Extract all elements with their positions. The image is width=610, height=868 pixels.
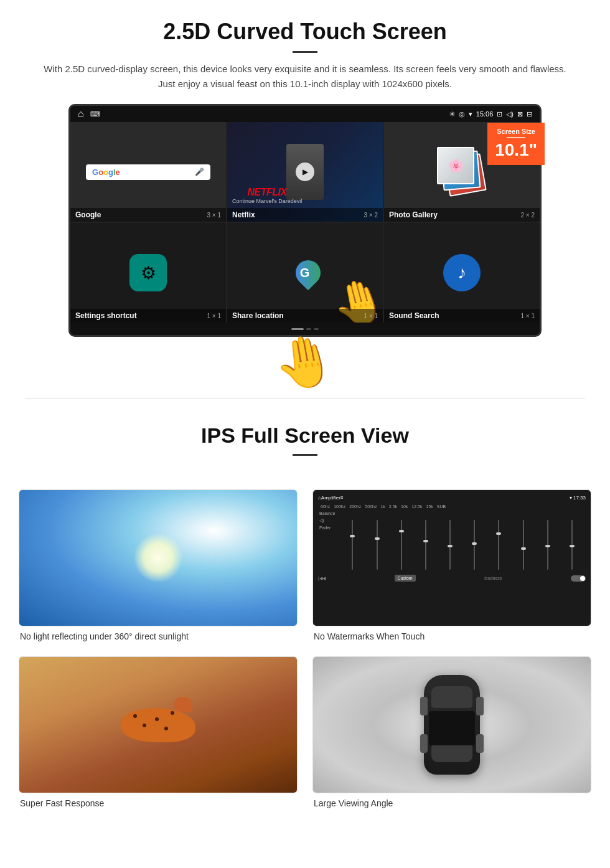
status-time: 15:06 (476, 110, 494, 118)
amp-toggle-dot (580, 576, 585, 581)
amp-footer: |◀◀ Custom loudness (318, 575, 586, 582)
spot-3 (155, 717, 159, 721)
section2-title: IPS Full Screen View (37, 423, 573, 448)
car-topview (424, 675, 480, 775)
eq-bar-7[interactable] (487, 512, 510, 570)
freq-500hz: 500hz (365, 504, 377, 509)
eq-bar-6[interactable] (463, 512, 486, 570)
car-windshield (431, 686, 472, 708)
amp-fader-label: Fader (319, 526, 335, 530)
amp-wifi: ▾ (570, 495, 572, 501)
eq-track-3 (401, 520, 402, 570)
google-search-bar[interactable]: Google 🎤 (86, 164, 210, 180)
eq-track-2 (377, 520, 378, 570)
amp-eq-bars (339, 510, 586, 572)
window-icon: ⊟ (527, 110, 532, 118)
settings-cell-label: Settings shortcut 1 × 1 (70, 309, 226, 323)
amp-header: ⌂ Amplifier ≡ ▾ 17:33 (318, 495, 586, 501)
amp-prev-icon[interactable]: |◀◀ (318, 576, 326, 581)
amp-icons: ▾ 17:33 (570, 495, 586, 501)
netflix-play-button[interactable]: ▶ (296, 163, 314, 181)
app-cell-netflix[interactable]: ▶ NETFLIX Continue Marvel's Daredevil Ne… (227, 122, 383, 222)
freq-60hz: 60hz (321, 504, 330, 509)
wifi-icon: ▾ (469, 110, 472, 118)
eq-track-8 (523, 520, 524, 570)
freq-12k5: 12.5k (411, 504, 422, 509)
app-cell-share[interactable]: G 🤚 Share location 1 × 1 (227, 223, 383, 323)
amp-freq-labels: 60hz 100hz 200hz 500hz 1k 2.5k 10k 12.5k… (318, 503, 586, 510)
eq-bar-3[interactable] (390, 512, 413, 570)
eq-bar-4[interactable] (415, 512, 437, 570)
cheetah-caption: Super Fast Response (19, 798, 298, 808)
car-wheel-front-left (420, 697, 428, 715)
location-icon: ◎ (459, 110, 465, 118)
car-rear-window (431, 745, 472, 762)
gallery-stack: 🌸 (437, 147, 487, 197)
eq-bar-10[interactable] (561, 512, 583, 570)
maps-g-letter: G (300, 266, 310, 280)
camera-icon: ⊡ (497, 110, 502, 118)
sound-app-name: Sound Search (389, 311, 439, 320)
maps-icon-wrap: G (293, 260, 317, 285)
freq-2k5: 2.5k (389, 504, 397, 509)
badge-size: 10.1" (495, 140, 537, 159)
freq-sub: SUB (437, 504, 446, 509)
sound-search-icon: ♪ (443, 254, 481, 291)
freq-10k: 10k (401, 504, 408, 509)
google-mic-icon[interactable]: 🎤 (195, 167, 204, 176)
eq-knob-3 (399, 530, 404, 532)
amp-loudness-toggle[interactable] (571, 575, 586, 582)
netflix-app-name: Netflix (232, 210, 255, 219)
eq-bar-1[interactable] (341, 512, 364, 570)
car-wheel-front-right (476, 697, 484, 715)
sun-flare (133, 533, 183, 583)
app-cell-sound[interactable]: ♪ Sound Search 1 × 1 (384, 223, 540, 323)
eq-bar-9[interactable] (537, 512, 559, 570)
eq-knob-2 (375, 537, 380, 540)
eq-bar-5[interactable] (439, 512, 461, 570)
close-icon: ⊠ (517, 110, 523, 118)
feature-sunlight: No light reflecting under 360° direct su… (19, 489, 298, 641)
app-cell-settings[interactable]: ⚙ Settings shortcut 1 × 1 (70, 223, 226, 323)
google-logo: Google (92, 167, 120, 177)
home-icon[interactable]: ⌂ (78, 108, 84, 120)
gallery-app-name: Photo Gallery (389, 210, 438, 219)
eq-knob-4 (423, 540, 428, 542)
netflix-cell-label: Netflix 3 × 2 (227, 208, 383, 222)
section1-title: 2.5D Curved Touch Screen (37, 19, 573, 45)
amplifier-visual: ⌂ Amplifier ≡ ▾ 17:33 60hz 100hz 200hz 5… (313, 490, 591, 626)
feature-grid: No light reflecting under 360° direct su… (0, 477, 610, 821)
flower-icon: 🌸 (448, 158, 464, 173)
scroll-dot (314, 328, 319, 330)
device-wrapper: Screen Size 10.1" ⌂ ⌨ ✳ ◎ ▾ 15:06 ⊡ ◁) ⊠ (68, 104, 542, 337)
section-ips: IPS Full Screen View (0, 405, 610, 477)
eq-knob-9 (545, 545, 550, 547)
amp-balance-fader: Balance ◁) Fader (318, 510, 336, 572)
section-curved-touch: 2.5D Curved Touch Screen With 2.5D curve… (0, 0, 610, 352)
maps-pin-icon: G (291, 255, 326, 291)
bluetooth-icon: ✳ (449, 110, 455, 118)
amp-title: Amplifier (321, 495, 340, 501)
freq-15k: 15k (426, 504, 433, 509)
amp-custom-button[interactable]: Custom (395, 575, 416, 582)
eq-track-4 (425, 520, 426, 570)
app-cell-google[interactable]: Google 🎤 Google 3 × 1 (70, 122, 226, 222)
eq-knob-10 (570, 545, 575, 547)
volume-icon: ◁) (506, 110, 514, 118)
badge-label: Screen Size (495, 128, 537, 135)
section1-divider (293, 51, 317, 53)
feature-watermarks: ⌂ Amplifier ≡ ▾ 17:33 60hz 100hz 200hz 5… (312, 489, 591, 641)
eq-bar-8[interactable] (512, 512, 535, 570)
eq-knob-8 (521, 547, 526, 550)
netflix-app-size: 3 × 2 (364, 212, 378, 219)
status-bar: ⌂ ⌨ ✳ ◎ ▾ 15:06 ⊡ ◁) ⊠ ⊟ (70, 106, 540, 122)
eq-bar-2[interactable] (365, 512, 388, 570)
section1-description: With 2.5D curved-display screen, this de… (37, 62, 573, 92)
freq-100hz: 100hz (334, 504, 345, 509)
page-divider (25, 398, 585, 399)
settings-app-name: Settings shortcut (75, 311, 137, 320)
settings-icon: ⚙ (129, 254, 167, 291)
status-bar-right: ✳ ◎ ▾ 15:06 ⊡ ◁) ⊠ ⊟ (449, 110, 532, 118)
eq-knob-5 (448, 545, 453, 547)
feature-cheetah: Super Fast Response (19, 656, 298, 808)
